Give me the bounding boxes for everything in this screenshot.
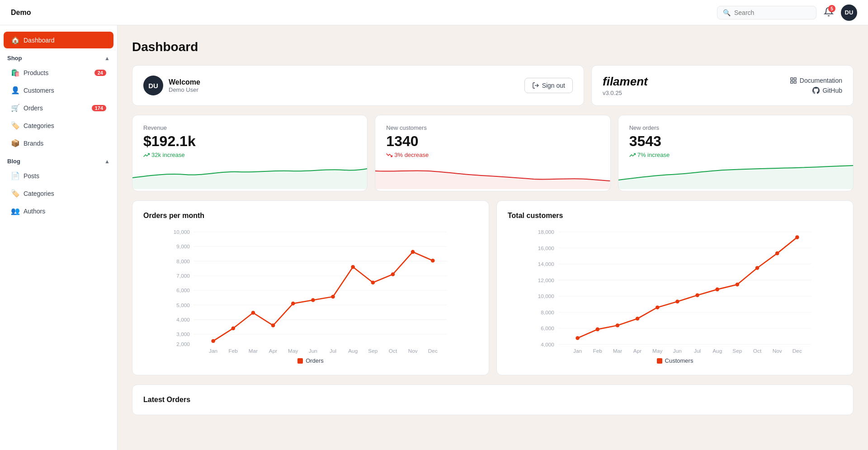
- svg-text:4,000: 4,000: [541, 341, 554, 348]
- svg-text:Aug: Aug: [348, 348, 358, 354]
- svg-text:4,000: 4,000: [176, 317, 190, 323]
- brand-version: v3.0.25: [603, 90, 648, 96]
- new-customers-change: 3% decrease: [386, 152, 599, 158]
- products-badge: 24: [94, 70, 106, 76]
- svg-text:Oct: Oct: [389, 348, 397, 354]
- categories-icon: 🏷️: [11, 121, 19, 130]
- svg-point-38: [291, 302, 295, 306]
- new-customers-change-label: 3% decrease: [394, 152, 429, 158]
- svg-rect-4: [791, 81, 793, 83]
- sidebar-section-shop: Shop ▲: [0, 49, 117, 63]
- sidebar-item-products[interactable]: 🛍️ Products 24: [4, 64, 113, 81]
- github-link[interactable]: GitHub: [812, 87, 842, 94]
- svg-text:Dec: Dec: [793, 348, 802, 354]
- sidebar-item-categories[interactable]: 🏷️ Categories: [4, 117, 113, 134]
- svg-text:8,000: 8,000: [541, 309, 554, 316]
- svg-point-43: [391, 272, 395, 276]
- authors-icon: 👥: [11, 207, 19, 215]
- search-icon: 🔍: [723, 9, 731, 16]
- svg-text:9,000: 9,000: [176, 243, 190, 250]
- svg-text:Nov: Nov: [408, 348, 418, 354]
- documentation-icon: [790, 77, 797, 84]
- svg-text:Jul: Jul: [330, 348, 336, 354]
- sidebar-item-blog-categories[interactable]: 🏷️ Categories: [4, 185, 113, 202]
- svg-text:Sep: Sep: [732, 348, 742, 354]
- svg-text:Mar: Mar: [613, 348, 622, 354]
- svg-text:Apr: Apr: [633, 348, 642, 354]
- svg-text:Dec: Dec: [428, 348, 438, 354]
- sidebar-item-customers[interactable]: 👤 Customers: [4, 82, 113, 99]
- svg-text:May: May: [288, 348, 298, 354]
- blog-categories-icon: 🏷️: [11, 189, 19, 198]
- svg-text:12,000: 12,000: [538, 277, 555, 284]
- svg-text:10,000: 10,000: [538, 293, 555, 299]
- svg-text:2,000: 2,000: [176, 341, 190, 347]
- brands-icon: 📦: [11, 139, 19, 147]
- sidebar-item-orders[interactable]: 🛒 Orders 174: [4, 99, 113, 116]
- search-box[interactable]: 🔍: [717, 6, 816, 19]
- customers-chart-card: Total customers 18,000 16,: [496, 200, 854, 375]
- sidebar-item-orders-label: Orders: [24, 104, 43, 112]
- page-title: Dashboard: [132, 40, 854, 54]
- welcome-greeting: Welcome: [169, 78, 200, 86]
- customers-sparkline: [375, 162, 610, 189]
- sidebar-item-brands[interactable]: 📦 Brands: [4, 135, 113, 152]
- svg-text:Jun: Jun: [309, 348, 317, 354]
- svg-point-39: [311, 298, 315, 302]
- svg-text:18,000: 18,000: [538, 229, 555, 235]
- svg-point-83: [755, 266, 760, 270]
- notifications-button[interactable]: 5: [822, 5, 835, 20]
- orders-legend-dot: [297, 358, 303, 364]
- sidebar-item-brands-label: Brands: [24, 140, 43, 147]
- documentation-label: Documentation: [800, 77, 842, 84]
- svg-text:16,000: 16,000: [538, 245, 555, 251]
- latest-orders-card: Latest Orders: [132, 384, 854, 415]
- sign-out-button[interactable]: Sign out: [524, 78, 573, 93]
- sign-out-icon: [532, 82, 539, 89]
- shop-chevron-icon: ▲: [104, 55, 110, 62]
- orders-legend-label: Orders: [306, 357, 324, 364]
- sidebar: 🏠 Dashboard Shop ▲ 🛍️ Products 24 👤 Cust…: [0, 25, 118, 450]
- svg-point-79: [675, 299, 679, 303]
- user-info: DU Welcome Demo User: [143, 76, 200, 95]
- svg-point-78: [656, 305, 660, 309]
- documentation-link[interactable]: Documentation: [790, 77, 842, 84]
- svg-point-35: [231, 327, 235, 331]
- svg-text:Mar: Mar: [249, 348, 258, 354]
- svg-text:10,000: 10,000: [174, 229, 190, 235]
- customers-icon: 👤: [11, 86, 19, 95]
- main-content: Dashboard DU Welcome Demo User: [118, 25, 868, 450]
- svg-point-41: [351, 265, 355, 269]
- new-orders-stat-card: New orders 3543 7% increase: [618, 115, 854, 191]
- sidebar-item-dashboard-label: Dashboard: [24, 37, 55, 44]
- sign-out-label: Sign out: [542, 82, 565, 89]
- svg-text:May: May: [652, 348, 662, 354]
- svg-point-85: [795, 235, 799, 239]
- sidebar-item-authors[interactable]: 👥 Authors: [4, 203, 113, 219]
- svg-point-40: [331, 295, 335, 299]
- new-customers-stat-card: New customers 1340 3% decrease: [375, 115, 610, 191]
- svg-text:Feb: Feb: [593, 348, 603, 354]
- github-label: GitHub: [822, 87, 842, 94]
- sidebar-item-dashboard[interactable]: 🏠 Dashboard: [4, 32, 113, 48]
- sidebar-section-blog: Blog ▲: [0, 152, 117, 166]
- new-orders-value: 3543: [629, 133, 842, 150]
- new-customers-label: New customers: [386, 124, 599, 131]
- svg-point-76: [616, 323, 620, 327]
- svg-point-75: [595, 327, 599, 332]
- svg-text:Sep: Sep: [368, 348, 377, 354]
- svg-point-34: [211, 339, 215, 343]
- svg-text:Nov: Nov: [773, 348, 782, 354]
- app-logo: Demo: [11, 9, 31, 17]
- svg-point-82: [736, 283, 740, 287]
- search-input[interactable]: [734, 9, 811, 16]
- orders-chart-title: Orders per month: [143, 212, 478, 220]
- sidebar-item-posts[interactable]: 📄 Posts: [4, 167, 113, 184]
- orders-badge: 174: [92, 105, 106, 111]
- new-orders-label: New orders: [629, 124, 842, 131]
- svg-point-45: [431, 259, 435, 263]
- products-icon: 🛍️: [11, 68, 19, 77]
- user-avatar[interactable]: DU: [841, 5, 857, 21]
- revenue-sparkline: [132, 162, 367, 189]
- svg-text:Apr: Apr: [269, 348, 277, 354]
